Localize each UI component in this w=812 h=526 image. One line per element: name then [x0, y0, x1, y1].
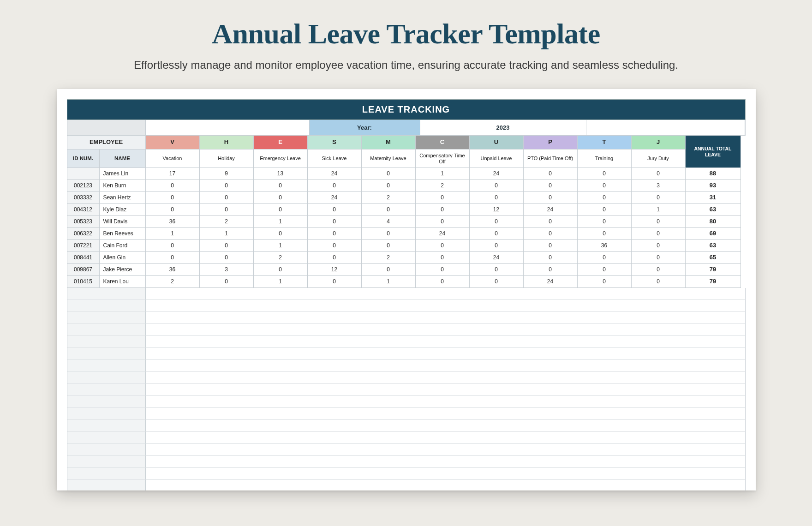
- leave-value[interactable]: 24: [308, 168, 362, 180]
- leave-value[interactable]: 1: [632, 204, 686, 216]
- leave-value[interactable]: 24: [524, 276, 578, 288]
- leave-value[interactable]: 3: [200, 264, 254, 276]
- leave-value[interactable]: 0: [524, 228, 578, 240]
- leave-value[interactable]: 0: [308, 204, 362, 216]
- leave-value[interactable]: 0: [524, 264, 578, 276]
- leave-value[interactable]: 2: [362, 252, 416, 264]
- leave-value[interactable]: 0: [308, 276, 362, 288]
- leave-value[interactable]: 0: [308, 252, 362, 264]
- leave-value[interactable]: 36: [146, 264, 200, 276]
- leave-value[interactable]: 0: [200, 240, 254, 252]
- leave-value[interactable]: 0: [470, 228, 524, 240]
- leave-value[interactable]: 0: [524, 192, 578, 204]
- leave-value[interactable]: 0: [416, 240, 470, 252]
- employee-id[interactable]: 006322: [67, 228, 100, 240]
- leave-value[interactable]: 0: [524, 216, 578, 228]
- leave-value[interactable]: 0: [470, 192, 524, 204]
- employee-name[interactable]: Will Davis: [100, 216, 146, 228]
- leave-value[interactable]: 36: [146, 216, 200, 228]
- leave-value[interactable]: 0: [524, 252, 578, 264]
- leave-value[interactable]: 0: [362, 168, 416, 180]
- leave-value[interactable]: 24: [524, 204, 578, 216]
- leave-value[interactable]: 0: [578, 168, 632, 180]
- employee-name[interactable]: Jake Pierce: [100, 264, 146, 276]
- employee-id[interactable]: 009867: [67, 264, 100, 276]
- employee-id[interactable]: 008441: [67, 252, 100, 264]
- leave-value[interactable]: 0: [308, 228, 362, 240]
- leave-value[interactable]: 0: [470, 216, 524, 228]
- leave-value[interactable]: 0: [254, 192, 308, 204]
- employee-id[interactable]: 004312: [67, 204, 100, 216]
- employee-id[interactable]: 007221: [67, 240, 100, 252]
- leave-value[interactable]: 0: [254, 228, 308, 240]
- leave-value[interactable]: 0: [578, 276, 632, 288]
- employee-name[interactable]: Cain Ford: [100, 240, 146, 252]
- leave-value[interactable]: 0: [524, 240, 578, 252]
- employee-name[interactable]: James Lin: [100, 168, 146, 180]
- leave-value[interactable]: 24: [416, 228, 470, 240]
- leave-value[interactable]: 1: [416, 168, 470, 180]
- leave-value[interactable]: 0: [254, 264, 308, 276]
- leave-value[interactable]: 0: [470, 240, 524, 252]
- leave-value[interactable]: 0: [470, 276, 524, 288]
- leave-value[interactable]: 0: [254, 204, 308, 216]
- leave-value[interactable]: 0: [578, 228, 632, 240]
- leave-value[interactable]: 9: [200, 168, 254, 180]
- employee-name[interactable]: Ken Burn: [100, 180, 146, 192]
- leave-value[interactable]: 36: [578, 240, 632, 252]
- leave-value[interactable]: 1: [362, 276, 416, 288]
- leave-value[interactable]: 0: [146, 240, 200, 252]
- leave-value[interactable]: 2: [200, 216, 254, 228]
- leave-value[interactable]: 0: [308, 180, 362, 192]
- leave-value[interactable]: 24: [470, 168, 524, 180]
- leave-value[interactable]: 0: [632, 240, 686, 252]
- leave-value[interactable]: 0: [578, 216, 632, 228]
- leave-value[interactable]: 0: [632, 276, 686, 288]
- employee-name[interactable]: Kyle Diaz: [100, 204, 146, 216]
- employee-id[interactable]: 010415: [67, 276, 100, 288]
- leave-value[interactable]: 0: [362, 240, 416, 252]
- leave-value[interactable]: 1: [254, 216, 308, 228]
- leave-value[interactable]: 0: [362, 228, 416, 240]
- leave-value[interactable]: 0: [416, 204, 470, 216]
- leave-value[interactable]: 2: [146, 276, 200, 288]
- leave-value[interactable]: 0: [362, 264, 416, 276]
- leave-value[interactable]: 0: [578, 264, 632, 276]
- leave-value[interactable]: 0: [578, 192, 632, 204]
- leave-value[interactable]: 0: [146, 180, 200, 192]
- leave-value[interactable]: 1: [200, 228, 254, 240]
- leave-value[interactable]: 24: [308, 192, 362, 204]
- leave-value[interactable]: 0: [200, 192, 254, 204]
- leave-value[interactable]: 4: [362, 216, 416, 228]
- leave-value[interactable]: 0: [524, 168, 578, 180]
- leave-value[interactable]: 2: [362, 192, 416, 204]
- leave-value[interactable]: 12: [470, 204, 524, 216]
- leave-value[interactable]: 1: [254, 276, 308, 288]
- leave-value[interactable]: 0: [632, 264, 686, 276]
- leave-value[interactable]: 0: [416, 252, 470, 264]
- leave-value[interactable]: 1: [254, 240, 308, 252]
- leave-value[interactable]: 0: [362, 204, 416, 216]
- leave-value[interactable]: 17: [146, 168, 200, 180]
- leave-value[interactable]: 0: [200, 180, 254, 192]
- leave-value[interactable]: 0: [578, 180, 632, 192]
- leave-value[interactable]: 2: [254, 252, 308, 264]
- leave-value[interactable]: 0: [470, 180, 524, 192]
- leave-value[interactable]: 0: [632, 216, 686, 228]
- leave-value[interactable]: 0: [308, 216, 362, 228]
- leave-value[interactable]: 0: [416, 192, 470, 204]
- leave-value[interactable]: 0: [524, 180, 578, 192]
- employee-id[interactable]: 002123: [67, 180, 100, 192]
- leave-value[interactable]: 0: [578, 204, 632, 216]
- leave-value[interactable]: 0: [200, 276, 254, 288]
- employee-id[interactable]: 003332: [67, 192, 100, 204]
- employee-name[interactable]: Allen Gin: [100, 252, 146, 264]
- leave-value[interactable]: 0: [632, 192, 686, 204]
- leave-value[interactable]: 0: [470, 264, 524, 276]
- leave-value[interactable]: 0: [416, 216, 470, 228]
- leave-value[interactable]: 0: [146, 204, 200, 216]
- leave-value[interactable]: 0: [200, 204, 254, 216]
- leave-value[interactable]: 0: [416, 264, 470, 276]
- employee-name[interactable]: Sean Hertz: [100, 192, 146, 204]
- leave-value[interactable]: 0: [632, 228, 686, 240]
